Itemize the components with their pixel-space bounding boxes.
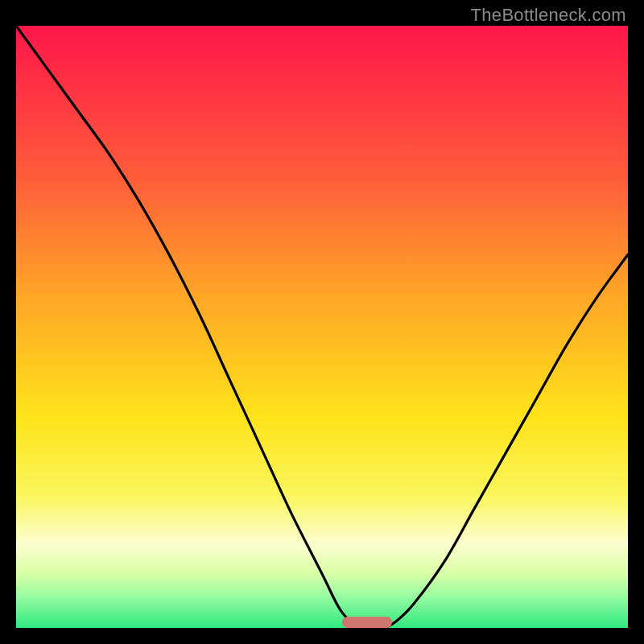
chart-frame: TheBottleneck.com	[0, 0, 644, 644]
bottleneck-curve	[16, 26, 628, 628]
plot-area	[16, 26, 628, 628]
watermark-text: TheBottleneck.com	[471, 5, 626, 26]
optimum-marker	[342, 617, 392, 628]
